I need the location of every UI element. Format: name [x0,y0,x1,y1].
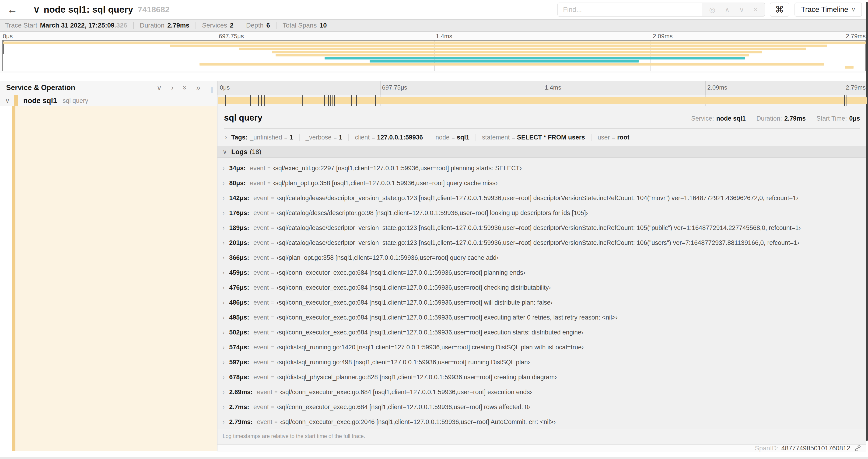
next-match-icon[interactable]: ∨ [739,6,744,14]
log-value: ‹sql/distsql_physical_planner.go:828 [ns… [277,374,557,381]
equals-sign: = [372,135,375,141]
log-row[interactable]: › 176μs: event = ‹sql/catalog/descs/desc… [217,205,866,220]
minimap-right-scrubber[interactable] [865,41,866,71]
clear-search-icon[interactable]: × [753,6,757,13]
log-time: 142μs: [229,195,249,202]
log-key: event [253,269,269,276]
copy-link-icon[interactable] [854,445,862,452]
equals-sign: = [271,240,274,246]
log-row[interactable]: › 495μs: event = ‹sql/conn_executor_exec… [217,310,866,325]
summary-value: 2.79ms [167,22,189,29]
tag-value: 1 [339,134,342,141]
back-button[interactable]: ← [0,0,25,19]
log-key: event [253,403,269,411]
log-row[interactable]: › 502μs: event = ‹sql/conn_executor_exec… [217,325,866,340]
trace-header-collapse-icon[interactable]: ∨ [33,4,40,15]
log-row[interactable]: › 678μs: event = ‹sql/distsql_physical_p… [217,370,866,385]
locate-icon[interactable]: ◎ [709,6,715,14]
minimap-span-bar [272,51,762,54]
log-time: 486μs: [229,299,249,306]
chevron-right-icon: › [223,404,224,411]
expand-one-icon[interactable]: › [171,84,174,92]
trace-view: ← ∨ node sql1: sql query 7418682 ◎ ∧ ∨ ×… [0,0,868,459]
log-marker-tick [250,95,251,106]
summary-value: March 31 2022, 17:25:09 [40,22,114,29]
log-row[interactable]: › 189μs: event = ‹sql/catalog/lease/desc… [217,220,866,235]
tags-accordian[interactable]: › Tags: _unfinished = 1 _verbose = 1 [217,129,866,146]
log-row[interactable]: › 597μs: event = ‹sql/distsql_running.go… [217,355,866,370]
log-row[interactable]: › 2.7ms: event = ‹sql/conn_executor_exec… [217,399,866,415]
trace-id: 7418682 [138,5,169,14]
minimap-axis-label: 1.4ms [436,33,452,40]
detail-right-column: sql query Service: node sql1 Duration: 2… [217,106,868,451]
prev-match-icon[interactable]: ∧ [725,6,730,14]
chevron-right-icon: › [223,344,224,351]
chevron-right-icon: › [223,419,224,425]
log-row[interactable]: › 201μs: event = ‹sql/catalog/lease/desc… [217,235,866,250]
log-time: 176μs: [229,209,249,217]
log-row[interactable]: › 2.69ms: event = ‹sql/conn_executor_exe… [217,385,866,399]
log-row[interactable]: › 142μs: event = ‹sql/catalog/lease/desc… [217,191,866,205]
minimap-canvas[interactable] [2,40,866,71]
chevron-right-icon: › [223,389,224,396]
vertical-scrollbar[interactable] [866,2,868,441]
horizontal-scrollbar-track[interactable] [0,457,868,459]
log-row[interactable]: › 34μs: event = ‹sql/exec_util.go:2297 [… [217,161,866,176]
chevron-right-icon: › [223,359,224,366]
span-collapse-icon[interactable]: ∨ [5,97,10,104]
log-key: event [253,284,269,291]
log-row[interactable]: › 486μs: event = ‹sql/conn_executor_exec… [217,295,866,310]
chevron-right-icon: › [223,284,224,291]
chevron-right-icon: › [223,210,224,217]
log-value: ‹sql/plan_opt.go:358 [nsql1,client=127.0… [273,179,497,187]
summary-value: 2 [230,22,234,29]
log-time: 495μs: [229,314,249,321]
keyboard-shortcuts-button[interactable]: ⌘ [770,3,789,17]
axis-gridline [543,81,543,95]
log-key: event [253,195,269,202]
logs-count: (18) [250,148,261,156]
spanid-footer: SpanID: 4877749850101760812 [217,445,866,452]
detail-left-column [0,106,217,451]
meta-value: 2.79ms [784,115,806,122]
logs-accordian-header[interactable]: ∨ Logs (18) [217,146,866,158]
log-key: event [257,418,272,426]
log-row[interactable]: › 80μs: event = ‹sql/plan_opt.go:358 [ns… [217,176,866,191]
span-bar-cell[interactable] [217,95,868,106]
summary-label: Total Spans [283,22,317,29]
span-name-cell[interactable]: ∨ node sql1 sql query [0,95,217,106]
meta-label: Start Time: [816,115,847,122]
log-value: ‹sql/distsql_running.go:498 [nsql1,clien… [277,359,530,366]
logs-label: Logs [231,148,247,156]
collapse-all-icon[interactable]: » [181,86,189,90]
axis-gridline [380,81,380,95]
back-arrow-icon: ← [7,4,18,15]
log-marker-tick [334,95,335,106]
log-row[interactable]: › 459μs: event = ‹sql/conn_executor_exec… [217,265,866,280]
log-key: event [253,299,269,306]
collapse-controls: ∨ › » » [157,84,200,92]
log-value: ‹sql/distsql_running.go:1420 [nsql1,clie… [277,344,584,351]
log-row[interactable]: › 476μs: event = ‹sql/conn_executor_exec… [217,280,866,295]
timeline-axis[interactable]: 0μs 697.75μs 1.4ms 2.09ms 2.79ms [217,81,868,95]
log-time: 502μs: [229,329,249,336]
equals-sign: = [271,299,274,306]
span-color-accent [14,95,18,106]
log-row[interactable]: › 366μs: event = ‹sql/plan_opt.go:358 [n… [217,250,866,265]
log-row[interactable]: › 2.79ms: event = ‹sql/conn_executor_exe… [217,415,866,429]
expand-all-icon[interactable]: » [196,84,200,92]
log-time: 201μs: [229,239,249,247]
tags-label: Tags: [231,134,248,141]
view-options-button[interactable]: Trace Timeline ∨ [795,3,862,17]
log-key: event [250,165,265,172]
log-key: event [253,344,269,351]
log-value: ‹sql/exec_util.go:2297 [nsql1,client=127… [273,165,522,172]
span-detail-row: sql query Service: node sql1 Duration: 2… [0,106,868,451]
collapse-one-icon[interactable]: ∨ [157,84,162,92]
tag-key: _unfinished [250,134,282,141]
span-duration-bar[interactable] [218,97,867,104]
log-row[interactable]: › 574μs: event = ‹sql/distsql_running.go… [217,340,866,355]
column-resizer-grip[interactable]: ∥ [210,86,214,94]
find-input[interactable] [558,3,702,16]
detail-row-background [16,106,217,451]
